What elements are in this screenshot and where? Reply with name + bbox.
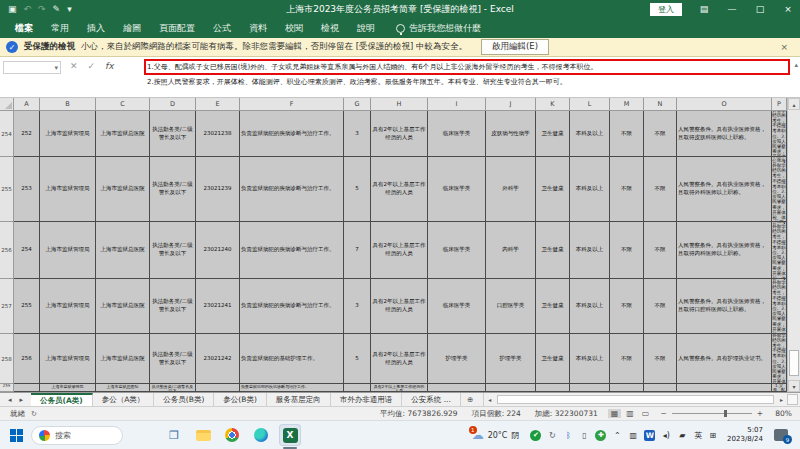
cell[interactable]: 具有2年以上基层工作经历的人员 <box>371 334 428 384</box>
scroll-up-icon[interactable]: ▴ <box>788 98 800 110</box>
ribbon-tab-2[interactable]: 常用 <box>42 19 78 38</box>
sheet-nav-right-icon[interactable]: ▸ <box>20 396 24 404</box>
column-header-I[interactable]: I <box>428 98 486 111</box>
zoom-out-icon[interactable]: − <box>660 409 666 418</box>
cell[interactable]: 上海市监狱总医院 <box>96 111 150 157</box>
task-view-icon[interactable]: ❐ <box>163 424 185 446</box>
cell[interactable]: 具有2年以上基层工作经历的人员 <box>371 279 428 334</box>
battery-icon[interactable]: ▯ <box>579 429 589 441</box>
column-header-A[interactable]: A <box>14 98 40 111</box>
cell[interactable]: 卫生健康 <box>536 111 570 157</box>
cell[interactable]: 人民警察条件。具有执业医师资格，且取得内科医师以上职称。 <box>677 222 772 279</box>
cell[interactable] <box>196 384 240 392</box>
formula-bar-collapse-icon[interactable]: ▴ <box>794 61 798 69</box>
cell[interactable]: 上海市监狱管理局 <box>40 334 96 384</box>
cell[interactable]: 255 <box>14 279 40 334</box>
cell[interactable]: 执法勤务类/二级警长及以下 <box>150 279 196 334</box>
column-header-J[interactable]: J <box>486 98 536 111</box>
cell[interactable]: 具有2年以上基层工作经历的人员 <box>371 111 428 157</box>
cell[interactable]: 本科及以上 <box>570 111 610 157</box>
ribbon-tab-8[interactable]: 校閱 <box>276 19 312 38</box>
cell[interactable] <box>610 384 644 392</box>
cell[interactable]: 5 <box>344 334 371 384</box>
cell[interactable]: 负责监狱病犯的疾病诊断与治疗工作。 <box>240 222 344 279</box>
ribbon-tab-6[interactable]: 公式 <box>204 19 240 38</box>
accessibility-icon[interactable]: ↻ <box>31 410 37 418</box>
hscroll-right-icon[interactable]: ▸ <box>776 396 787 403</box>
column-header-O[interactable]: O <box>677 98 772 111</box>
hscroll-left-icon[interactable]: ◂ <box>484 396 495 403</box>
sheet-tab-1[interactable]: 公务员(A类) <box>31 393 93 406</box>
cell[interactable]: 1.父母、配偶或子女已移居国(境)外的、子女或兄弟姐妹等直系亲属与外国人结婚的、… <box>772 111 787 157</box>
cell[interactable]: 上海市监狱管理局 <box>40 279 96 334</box>
input-language-indicator[interactable]: 英 <box>694 430 702 441</box>
network-icon[interactable]: ⌃ <box>612 429 622 441</box>
ribbon-display-options-icon[interactable]: ▤ <box>692 0 716 18</box>
edge-icon[interactable] <box>250 424 272 446</box>
cell[interactable] <box>677 384 772 392</box>
column-header-G[interactable]: G <box>344 98 371 111</box>
column-header-C[interactable]: C <box>96 98 150 111</box>
tell-me-box[interactable]: 告訴我您想做什麼 <box>386 22 481 35</box>
column-header-P[interactable]: P <box>772 98 787 111</box>
view-button-2[interactable]: ▥ <box>623 409 637 418</box>
row-header[interactable]: 257 <box>0 279 14 334</box>
column-header-F[interactable]: F <box>240 98 344 111</box>
cell[interactable] <box>570 384 610 392</box>
cell[interactable]: 临床医学类 <box>428 222 486 279</box>
close-button[interactable]: × <box>776 0 800 18</box>
sheet-tab-5[interactable]: 服务基层定向 <box>267 393 331 406</box>
enable-editing-button[interactable]: 啟用編輯(E) <box>481 39 549 55</box>
weather-widget[interactable]: ☁ 1 20°C 阴 <box>472 428 524 442</box>
cell[interactable]: 3 <box>344 279 371 334</box>
cell[interactable]: 本科及以上 <box>570 157 610 222</box>
row-header[interactable]: 256 <box>0 222 14 279</box>
ribbon-tab-5[interactable]: 頁面配置 <box>150 19 204 38</box>
defender-icon[interactable]: ✚ <box>595 430 606 441</box>
cell[interactable] <box>536 384 570 392</box>
add-sheet-icon[interactable]: ⊕ <box>461 393 479 406</box>
zoom-level[interactable]: 80% <box>768 409 792 418</box>
sheet-tab-4[interactable]: 参公(B类) <box>214 393 267 406</box>
cell[interactable]: 不限 <box>610 279 644 334</box>
cell[interactable]: 1.父母、配偶或子女已移居国(境)外的、子女或兄弟姐妹等直系亲属与外国人结婚的、… <box>772 384 787 392</box>
ime-grid-icon[interactable]: ⊞ <box>709 431 716 440</box>
cell[interactable]: 口腔医学类 <box>486 279 536 334</box>
name-box-dropdown-icon[interactable]: ▾ <box>54 64 60 72</box>
cell[interactable]: 253 <box>14 157 40 222</box>
name-box[interactable]: ▾ <box>3 61 61 74</box>
cell[interactable]: 不限 <box>644 279 677 334</box>
zoom-in-icon[interactable]: + <box>757 409 763 418</box>
taskbar-clock[interactable]: 5:07 2023/8/24 <box>723 426 767 444</box>
cell[interactable]: 执法勤务类/二级警长及以下 <box>150 222 196 279</box>
sync-icon[interactable]: ↻ <box>547 429 557 441</box>
cell[interactable]: 护理学类 <box>486 334 536 384</box>
zoom-slider[interactable] <box>672 413 752 414</box>
car-icon[interactable]: ▰ <box>677 429 687 441</box>
cell[interactable]: 上海市监狱总医院 <box>96 384 150 392</box>
view-button-3[interactable]: ▭ <box>639 409 653 418</box>
cell[interactable]: 人民警察条件。具有护理执业证书。 <box>677 334 772 384</box>
cell[interactable]: 不限 <box>644 157 677 222</box>
word-icon[interactable]: W <box>644 430 655 441</box>
cell[interactable]: 1.父母、配偶或子女已移居国(境)外的、子女或兄弟姐妹等直系亲属与外国人结婚的、… <box>772 222 787 279</box>
bluetooth-icon[interactable]: ᛒ <box>563 429 573 441</box>
sheet-tab-6[interactable]: 市外办非通用语 <box>331 393 403 406</box>
cell[interactable]: 不限 <box>610 111 644 157</box>
cancel-entry-icon[interactable]: ✕ <box>70 61 78 71</box>
row-header[interactable]: 259 <box>0 384 14 392</box>
insert-function-icon[interactable]: fx <box>105 61 114 71</box>
cell[interactable]: 上海市监狱总医院 <box>96 334 150 384</box>
row-header[interactable]: 258 <box>0 334 14 384</box>
cell[interactable]: 1.父母、配偶或子女已移居国(境)外的、子女或兄弟姐妹等直系亲属与外国人结婚的、… <box>772 157 787 222</box>
cell[interactable]: 人民警察条件。具有执业医师资格，且取得口腔科医师以上职称。 <box>677 279 772 334</box>
vertical-scrollbar[interactable]: ▴ ▾ <box>787 98 800 392</box>
cell[interactable]: 人民警察条件。具有执业医师资格，且取得皮肤科医师以上职称。 <box>677 111 772 157</box>
cell[interactable]: 卫生健康 <box>536 222 570 279</box>
horizontal-scroll-track[interactable] <box>497 395 774 404</box>
cell[interactable]: 外科学 <box>486 157 536 222</box>
select-all-corner[interactable] <box>0 98 14 111</box>
cell[interactable] <box>428 384 486 392</box>
row-header[interactable]: 255 <box>0 157 14 222</box>
cell[interactable]: 不限 <box>644 111 677 157</box>
